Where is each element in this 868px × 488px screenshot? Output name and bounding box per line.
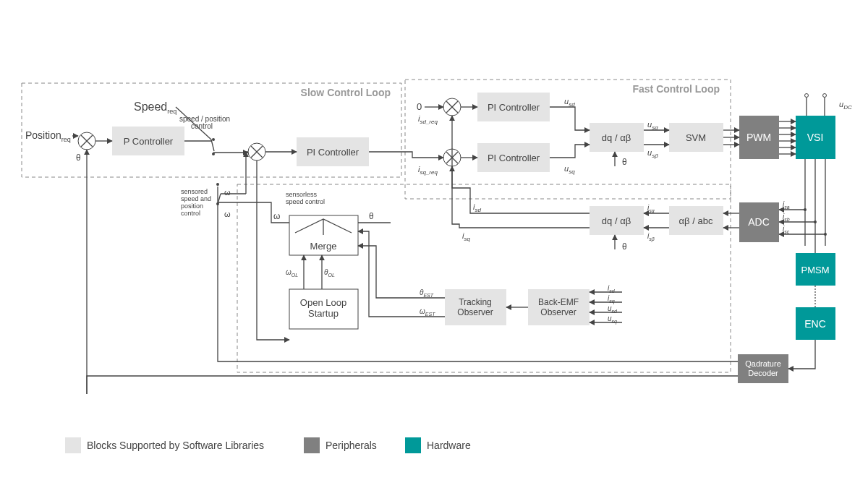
merge-label: Merge	[310, 241, 337, 252]
svg-text:isq: isq	[608, 294, 615, 304]
sensorless-group	[237, 184, 731, 372]
svg-text:ω: ω	[224, 188, 231, 197]
svg-text:usd: usd	[564, 97, 575, 108]
pi-iq-label: PI Controller	[488, 153, 540, 163]
svg-text:ωEST: ωEST	[420, 307, 435, 317]
svg-text:ωOL: ωOL	[286, 268, 298, 278]
usd-s: sd	[569, 101, 575, 108]
svg-text:θOL: θOL	[324, 268, 335, 278]
svg-text:isa: isa	[783, 200, 790, 210]
sum-pos	[78, 132, 95, 150]
bemf-l2: Observer	[540, 307, 576, 317]
udc-s: DC	[843, 104, 852, 111]
svg-text:usβ: usβ	[647, 148, 658, 159]
position-label: Position	[25, 129, 61, 141]
zero-input: 0	[417, 101, 422, 112]
svg-point-29	[805, 94, 809, 98]
svg-point-37	[814, 221, 817, 223]
svg-text:θEST: θEST	[420, 288, 434, 298]
isb-s: sβ	[649, 236, 655, 242]
svg-point-12	[216, 183, 219, 186]
svg-text:Positionreq: Positionreq	[25, 129, 71, 143]
svg-text:isq: isq	[462, 231, 470, 242]
sensored-c: position	[181, 202, 203, 210]
theta2: θ	[622, 241, 627, 252]
ib-s: sb	[784, 217, 790, 222]
qdec-l2: Decoder	[748, 369, 778, 377]
p-controller-label: P Controller	[124, 136, 174, 147]
svm-label: SVM	[686, 132, 706, 143]
svg-text:isb: isb	[783, 213, 790, 222]
ols-l2: Startup	[308, 308, 339, 319]
legend-hw	[405, 437, 421, 453]
legend-sw	[65, 437, 81, 453]
svg-text:usα: usα	[647, 120, 658, 131]
theta-fb: θ	[76, 153, 81, 163]
svg-text:ω: ω	[224, 210, 231, 218]
bemf-l1: Back-EMF	[538, 297, 579, 307]
sensored-a: sensored	[181, 188, 208, 195]
svg-text:isα: isα	[647, 204, 655, 213]
ab-abc-label: αβ / abc	[679, 215, 713, 226]
speed-label: Speed	[134, 100, 167, 113]
dqab-forward-label: dq / αβ	[602, 132, 631, 143]
sensored-b: speed and	[181, 195, 211, 202]
usq-s: sq	[569, 168, 575, 175]
isa-s: sα	[649, 208, 655, 213]
sensorless-a: sensorless	[286, 191, 318, 198]
bemf-usd-s: sd	[612, 309, 618, 314]
omega-est-s: EST	[425, 312, 435, 317]
pi-id-label: PI Controller	[488, 102, 540, 113]
theta-ol-s: OL	[328, 273, 334, 278]
svg-text:isβ: isβ	[647, 232, 655, 242]
bemf-usq-s: sq	[612, 319, 618, 325]
bemf-isq-s: sq	[609, 299, 615, 304]
ols-l1: Open Loop	[300, 297, 346, 308]
track-l1: Tracking	[459, 297, 492, 307]
speed-sub: req	[167, 108, 176, 115]
sum-id	[443, 98, 461, 116]
isd-s: sd	[475, 207, 481, 213]
svg-point-10	[212, 138, 215, 141]
isdreq-sub: sd_req	[420, 119, 438, 125]
sensorless-b: speed control	[286, 198, 325, 205]
usb-s: sβ	[652, 153, 658, 159]
switch-label-b: control	[191, 122, 213, 130]
svg-text:uDC: uDC	[839, 100, 852, 111]
svg-text:isd_req: isd_req	[418, 114, 438, 125]
svg-text:isc: isc	[783, 225, 790, 234]
legend-peri-label: Peripherals	[326, 440, 377, 451]
pwm-label: PWM	[746, 132, 771, 143]
ia-s: sa	[784, 205, 790, 210]
slow-loop-title: Slow Control Loop	[301, 87, 391, 98]
ic-s: sc	[784, 229, 790, 234]
usa-s: sα	[652, 124, 658, 131]
svg-text:Speedreq: Speedreq	[134, 100, 176, 115]
legend-sw-label: Blocks Supported by Software Libraries	[87, 440, 264, 451]
sensored-d: control	[181, 210, 200, 217]
theta-est-s: EST	[423, 293, 433, 298]
dqab-inverse-label: dq / αβ	[602, 215, 631, 226]
pi-speed-label: PI Controller	[307, 147, 359, 158]
qdec-l1: Qadrature	[745, 359, 781, 368]
svg-text:isd: isd	[608, 284, 616, 294]
theta1: θ	[622, 157, 627, 167]
fast-loop-title: Fast Control Loop	[632, 83, 720, 95]
isqreq-sub: sq_req	[420, 169, 438, 176]
svg-point-39	[824, 233, 827, 236]
sum-speed	[248, 143, 265, 160]
svg-text:control: control	[191, 122, 213, 130]
svg-point-35	[804, 208, 807, 211]
bemf-isd-s: sd	[609, 288, 616, 294]
omega-m: ω	[273, 211, 280, 221]
theta-m: θ	[369, 211, 374, 221]
svg-text:usq: usq	[564, 164, 575, 175]
legend-peri	[304, 437, 320, 453]
omega-ol-s: OL	[292, 273, 298, 278]
adc-label: ADC	[748, 216, 770, 228]
legend-hw-label: Hardware	[427, 440, 471, 451]
position-sub: req	[61, 136, 71, 143]
isq-s: sq	[464, 236, 470, 242]
svg-text:isd: isd	[473, 202, 481, 213]
enc-label: ENC	[804, 318, 826, 330]
